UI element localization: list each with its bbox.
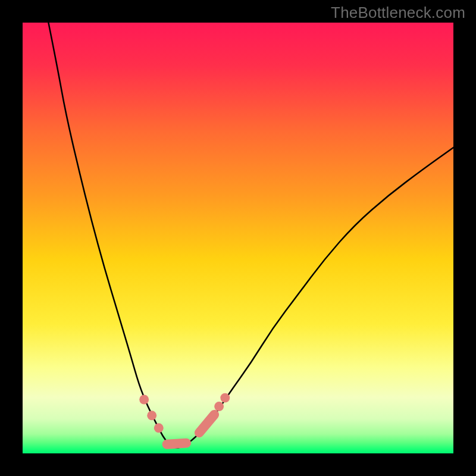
- plot-area: [23, 23, 453, 453]
- marker-dot: [154, 423, 164, 433]
- curve-markers: [139, 393, 230, 444]
- chart-frame: TheBottleneck.com: [0, 0, 476, 476]
- bottleneck-curve: [48, 23, 453, 448]
- watermark-text: TheBottleneck.com: [331, 4, 465, 22]
- marker-dot: [139, 395, 149, 405]
- marker-dot: [147, 411, 156, 420]
- marker-pill: [199, 415, 214, 433]
- marker-dot: [214, 402, 224, 411]
- marker-pill: [167, 443, 187, 444]
- marker-dot: [220, 393, 230, 403]
- chart-svg: [23, 23, 453, 453]
